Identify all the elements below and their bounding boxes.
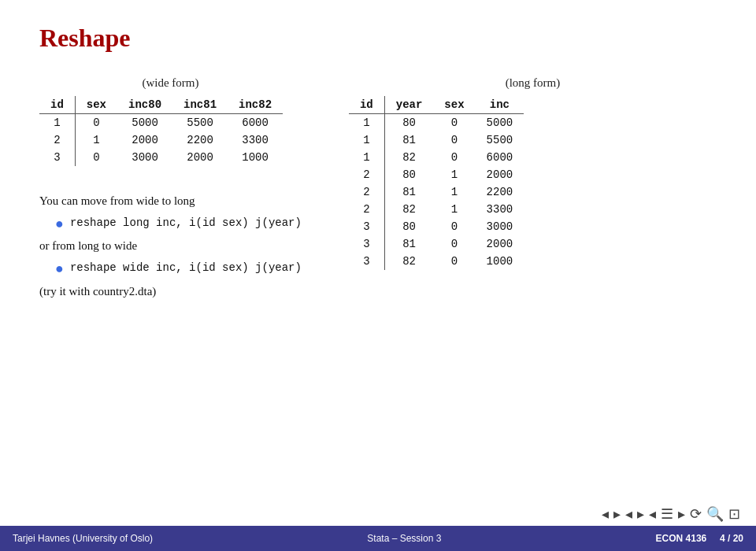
long-cell-0-0: 1 [349, 114, 384, 132]
nav-search-icon[interactable]: ⟳ [690, 505, 702, 523]
long-cell-4-1: 81 [384, 183, 433, 201]
long-col-inc: inc [476, 96, 524, 114]
long-col-id: id [349, 96, 384, 114]
long-cell-4-3: 2200 [476, 183, 524, 201]
long-cell-2-2: 0 [433, 149, 475, 166]
wide-cell-1-0: 2 [39, 131, 75, 149]
long-table-header-row: id year sex inc [349, 96, 524, 114]
bottom-text: You can move from wide to long ● reshape… [39, 190, 302, 302]
long-cell-1-2: 0 [433, 131, 475, 149]
long-table-row: 38102000 [349, 235, 524, 253]
wide-to-long-intro: You can move from wide to long [39, 190, 302, 213]
long-col-sex: sex [433, 96, 475, 114]
long-cell-0-3: 5000 [476, 114, 524, 132]
wide-cell-2-3: 2000 [172, 149, 228, 166]
footer-right: ECON 4136 4 / 20 [656, 533, 743, 544]
long-cell-6-1: 80 [384, 218, 433, 235]
long-form-label: (long form) [349, 76, 717, 90]
wide-cell-1-2: 2000 [117, 131, 172, 149]
long-cell-6-3: 3000 [476, 218, 524, 235]
long-cell-7-1: 81 [384, 235, 433, 253]
long-cell-6-2: 0 [433, 218, 475, 235]
long-cell-3-0: 2 [349, 166, 384, 183]
nav-area: ◂ ▸ ◂ ▸ ◂ ☰ ▸ ⟳ 🔍 ⊡ [602, 505, 740, 523]
long-cell-0-2: 0 [433, 114, 475, 132]
long-cell-7-2: 0 [433, 235, 475, 253]
long-cell-3-2: 1 [433, 166, 475, 183]
right-panel: (long form) id year sex inc 180050001810… [349, 76, 717, 270]
long-cell-6-0: 3 [349, 218, 384, 235]
wide-cell-1-4: 3300 [228, 131, 283, 149]
long-to-wide-intro: or from long to wide [39, 235, 302, 257]
wide-form-label: (wide form) [39, 76, 302, 90]
long-cell-8-3: 1000 [476, 253, 524, 270]
long-cell-2-1: 82 [384, 149, 433, 166]
wide-cell-0-3: 5500 [172, 114, 228, 132]
wide-col-sex: sex [75, 96, 117, 114]
nav-left-icon[interactable]: ◂ [602, 505, 609, 523]
long-table-row: 18105500 [349, 131, 524, 149]
nav-fullscreen-icon[interactable]: ⊡ [728, 505, 740, 523]
note-text: (try it with country2.dta) [39, 280, 302, 303]
long-table-row: 18005000 [349, 114, 524, 132]
long-cell-1-1: 81 [384, 131, 433, 149]
content-area: (wide form) id sex inc80 inc81 inc82 105… [39, 76, 717, 302]
footer-course: ECON 4136 [656, 533, 707, 544]
long-table-body: 1800500018105500182060002801200028112200… [349, 114, 524, 271]
long-table-row: 18206000 [349, 149, 524, 166]
long-table-row: 38201000 [349, 253, 524, 270]
wide-cell-1-1: 1 [75, 131, 117, 149]
nav-list-icon[interactable]: ☰ [661, 505, 673, 523]
wide-table: id sex inc80 inc81 inc82 105000550060002… [39, 96, 283, 166]
long-cell-8-2: 0 [433, 253, 475, 270]
long-cell-5-0: 2 [349, 201, 384, 218]
long-cell-3-3: 2000 [476, 166, 524, 183]
wide-cell-0-4: 6000 [228, 114, 283, 132]
wide-col-inc80: inc80 [117, 96, 172, 114]
long-table-row: 38003000 [349, 218, 524, 235]
wide-cell-2-2: 3000 [117, 149, 172, 166]
long-cell-7-3: 2000 [476, 235, 524, 253]
main-content: Reshape (wide form) id sex inc80 inc81 i… [0, 0, 756, 302]
long-col-year: year [384, 96, 433, 114]
long-cell-2-3: 6000 [476, 149, 524, 166]
long-cell-3-1: 80 [384, 166, 433, 183]
wide-cell-0-1: 0 [75, 114, 117, 132]
long-cell-8-0: 3 [349, 253, 384, 270]
cmd2-text: reshape wide inc, i(id sex) j(year) [70, 257, 302, 279]
wide-table-body: 1050005500600021200022003300303000200010… [39, 114, 283, 167]
cmd1-text: reshape long inc, i(id sex) j(year) [70, 213, 302, 234]
long-cell-8-1: 82 [384, 253, 433, 270]
wide-col-inc82: inc82 [228, 96, 283, 114]
wide-col-id: id [39, 96, 75, 114]
footer-page: 4 / 20 [720, 533, 743, 544]
long-cell-4-0: 2 [349, 183, 384, 201]
nav-left3-icon[interactable]: ◂ [649, 505, 656, 523]
long-cell-1-3: 5500 [476, 131, 524, 149]
long-table-row: 28112200 [349, 183, 524, 201]
cmd2-item: ● reshape wide inc, i(id sex) j(year) [55, 257, 302, 280]
cmd1-item: ● reshape long inc, i(id sex) j(year) [55, 213, 302, 235]
footer-center: Stata – Session 3 [367, 533, 441, 544]
wide-table-row: 21200022003300 [39, 131, 283, 149]
page-title: Reshape [39, 24, 717, 53]
footer: Tarjei Havnes (University of Oslo) Stata… [0, 526, 756, 551]
wide-cell-2-0: 3 [39, 149, 75, 166]
wide-cell-1-3: 2200 [172, 131, 228, 149]
nav-zoom-icon[interactable]: 🔍 [706, 505, 724, 523]
nav-right-icon[interactable]: ▸ [613, 505, 621, 523]
nav-right3-icon[interactable]: ▸ [678, 505, 685, 523]
long-table-row: 28012000 [349, 166, 524, 183]
long-cell-5-2: 1 [433, 201, 475, 218]
nav-left2-icon[interactable]: ◂ [625, 505, 632, 523]
nav-right2-icon[interactable]: ▸ [637, 505, 644, 523]
long-cell-0-1: 80 [384, 114, 433, 132]
long-cell-2-0: 1 [349, 149, 384, 166]
wide-table-header-row: id sex inc80 inc81 inc82 [39, 96, 283, 114]
long-table: id year sex inc 180050001810550018206000… [349, 96, 524, 270]
long-cell-4-2: 1 [433, 183, 475, 201]
bullet-dot-1: ● [55, 213, 64, 235]
wide-table-row: 30300020001000 [39, 149, 283, 166]
wide-col-inc81: inc81 [172, 96, 228, 114]
bullet-dot-2: ● [55, 257, 64, 280]
